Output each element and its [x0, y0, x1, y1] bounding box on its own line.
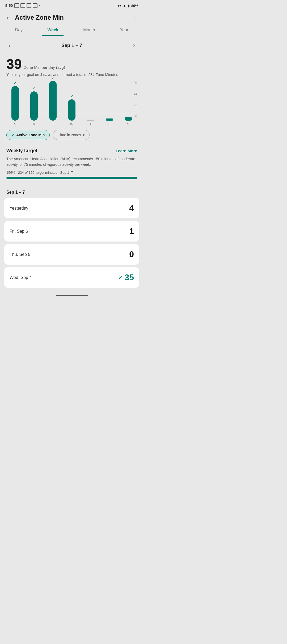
app-icon-3	[27, 3, 31, 8]
app-icon-4	[33, 3, 37, 8]
learn-more-link[interactable]: Learn More	[116, 149, 137, 153]
active-zone-min-button[interactable]: ✓ Active Zone Min	[6, 130, 50, 140]
daily-item-label-wed: Wed, Sep 4	[10, 275, 32, 280]
more-button[interactable]: ⋮	[132, 14, 138, 21]
bar-m	[30, 91, 38, 121]
progress-bar-background	[6, 177, 137, 179]
chart-col-m: ✓ M	[25, 81, 43, 126]
wed-value: 35	[124, 273, 134, 282]
week-label: Sep 1 – 7	[61, 43, 82, 48]
back-button[interactable]: ←	[5, 14, 12, 21]
daily-item-label-yesterday: Yesterday	[10, 206, 28, 211]
bar-f	[106, 118, 113, 121]
bar-label-s2: S	[127, 122, 129, 126]
bar-wrapper-s1: ✓	[6, 86, 24, 121]
date-range-label: Sep 1 – 7	[0, 187, 144, 198]
dropdown-arrow-icon: ▾	[83, 133, 85, 137]
chart-bars: ✓ S ✓ M ✓ T	[6, 81, 137, 126]
chart-col-w: ✓ W	[63, 81, 81, 126]
weekly-target-title: Weekly target	[6, 148, 37, 154]
status-right: ▾▾ ▲ ▮ 89%	[117, 3, 138, 8]
battery-icon: ▮	[128, 4, 130, 8]
daily-item-label-thu: Thu, Sep 5	[10, 252, 30, 257]
stats-description: You hit your goal on 4 days, and earned …	[6, 73, 137, 77]
bar-t1	[49, 81, 57, 121]
weekly-target-section: Weekly target Learn More The American He…	[0, 144, 144, 187]
bar-label-w: W	[70, 122, 73, 126]
daily-item-label-fri: Fri, Sep 6	[10, 229, 28, 234]
wed-check-icon: ✓	[118, 274, 123, 281]
y-label-22: 22	[134, 103, 137, 107]
page-title: Active Zone Min	[15, 14, 132, 21]
bar-wrapper-w: ✓	[63, 99, 81, 121]
bar-t2	[87, 120, 94, 121]
daily-item-thu[interactable]: Thu, Sep 5 0	[4, 244, 139, 265]
tab-week[interactable]: Week	[42, 24, 64, 36]
bar-label-f: F	[108, 122, 111, 126]
bar-check-w: ✓	[70, 95, 73, 98]
header: ← Active Zone Min ⋮	[0, 10, 144, 24]
app-icon-2	[20, 3, 25, 8]
stats-unit: Zone Min per day (avg)	[24, 65, 65, 70]
daily-item-value-fri: 1	[129, 226, 134, 236]
status-dot	[39, 5, 40, 6]
daily-item-wed[interactable]: Wed, Sep 4 ✓ 35	[4, 267, 139, 288]
tabs: Day Week Month Year	[0, 24, 144, 36]
status-icons	[14, 3, 40, 8]
prev-week-button[interactable]: ‹	[6, 41, 13, 50]
status-time: 5:50	[5, 3, 13, 8]
bar-label-m: M	[33, 122, 36, 126]
progress-label: 156% · 234 of 150 target minutes · Sep 1…	[6, 171, 137, 175]
chart-y-labels: 80 44 22 0	[130, 81, 137, 118]
bar-check-m: ✓	[33, 87, 35, 90]
status-bar: 5:50 ▾▾ ▲ ▮ 89%	[0, 0, 144, 10]
wifi-icon: ▾▾	[117, 3, 121, 8]
battery-percent: 89%	[131, 4, 138, 8]
time-in-zones-button[interactable]: Time in zones ▾	[53, 130, 90, 140]
bar-s1	[11, 86, 19, 121]
bar-label-s1: S	[14, 122, 16, 126]
aha-description: The American Heart Association (AHA) rec…	[6, 156, 137, 167]
progress-bar-fill	[6, 177, 137, 179]
bar-label-t1: T	[52, 122, 54, 126]
stats-section: 39 Zone Min per day (avg) You hit your g…	[0, 54, 144, 78]
week-nav: ‹ Sep 1 – 7 ›	[0, 36, 144, 54]
bar-wrapper-m: ✓	[25, 91, 43, 121]
bar-check-s1: ✓	[14, 81, 16, 85]
chart-col-f: F	[100, 81, 118, 126]
active-zone-min-label: Active Zone Min	[16, 133, 45, 137]
y-label-0: 0	[135, 115, 137, 118]
chart-area: ✓ S ✓ M ✓ T	[0, 78, 144, 126]
y-label-44: 44	[134, 92, 137, 96]
bar-label-t2: T	[90, 122, 92, 126]
goal-line	[6, 114, 137, 114]
chart-col-t2: T	[82, 81, 99, 126]
status-left: 5:50	[5, 3, 40, 8]
chart-buttons: ✓ Active Zone Min Time in zones ▾	[0, 126, 144, 144]
bar-wrapper-f	[100, 118, 118, 121]
y-label-80: 80	[134, 81, 137, 85]
daily-item-yesterday[interactable]: Yesterday 4	[4, 198, 139, 218]
next-week-button[interactable]: ›	[131, 41, 137, 50]
daily-item-value-wed: ✓ 35	[118, 273, 134, 282]
daily-list: Yesterday 4 Fri, Sep 6 1 Thu, Sep 5 0 We…	[0, 198, 144, 290]
bar-wrapper-t1: ✓	[44, 81, 62, 121]
stats-number: 39	[6, 57, 22, 71]
signal-icon: ▲	[123, 4, 126, 8]
stats-main: 39 Zone Min per day (avg)	[6, 57, 137, 71]
weekly-target-header: Weekly target Learn More	[6, 148, 137, 154]
check-icon: ✓	[11, 133, 15, 137]
chart-col-s1: ✓ S	[6, 81, 24, 126]
tab-day[interactable]: Day	[10, 24, 28, 36]
tab-year[interactable]: Year	[115, 24, 134, 36]
daily-item-value-yesterday: 4	[129, 203, 134, 213]
bar-check-t1: ✓	[52, 76, 54, 80]
home-indicator	[56, 295, 88, 296]
bar-w	[68, 99, 75, 121]
daily-item-fri[interactable]: Fri, Sep 6 1	[4, 221, 139, 242]
tab-month[interactable]: Month	[78, 24, 100, 36]
daily-item-value-thu: 0	[129, 249, 134, 259]
bar-wrapper-t2	[82, 120, 99, 121]
time-in-zones-label: Time in zones	[58, 133, 81, 137]
app-icon-1	[14, 3, 19, 8]
